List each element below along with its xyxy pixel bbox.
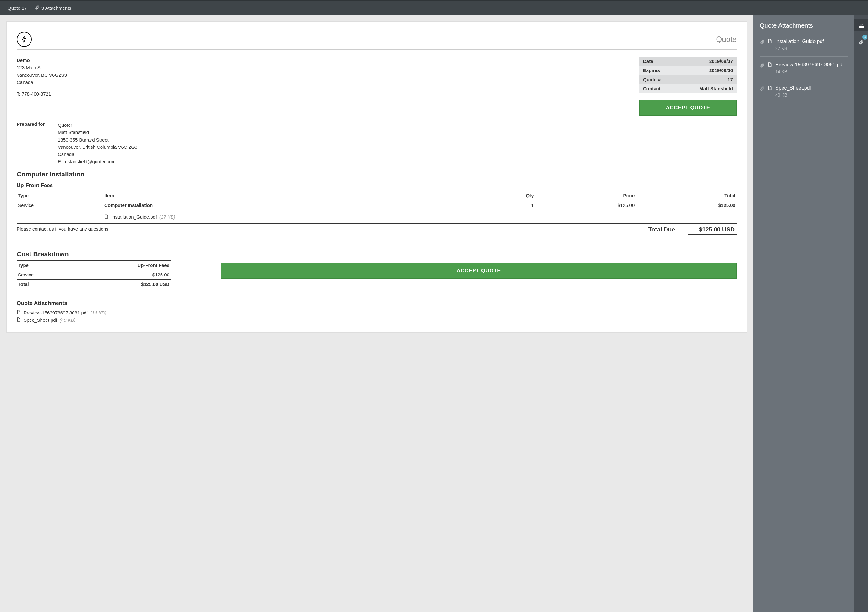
attachments-heading: Quote Attachments [17,300,737,307]
section-title: Computer Installation [17,171,737,178]
sender-name: Demo [17,57,627,64]
line-attachment-link[interactable]: Installation_Guide.pdf (27 KB) [104,213,735,221]
sender-address: Demo 123 Main St. Vancouver, BC V6G2S3 C… [17,57,627,116]
file-pdf-icon [17,317,21,323]
sidebar-attachment-item[interactable]: Preview-1563978697.8081.pdf 14 KB [760,57,848,80]
document-attachments-section: Quote Attachments Preview-1563978697.808… [17,300,737,324]
sender-phone: T: 778-400-8721 [17,90,627,98]
upfront-fees-heading: Up-Front Fees [17,182,737,189]
attachments-badge: 3 [862,34,867,40]
contact-note: Please contact us if you have any questi… [17,226,648,231]
line-item-attachment-row: Installation_Guide.pdf (27 KB) [17,210,737,223]
attachments-sidebar: Quote Attachments Installation_Guide.pdf… [753,15,868,612]
total-due-label: Total Due [648,226,675,235]
cost-total-row: Total$125.00 USD [17,279,170,289]
total-due-amount: $125.00 USD [688,226,737,235]
attachments-count-label: 3 Attachments [42,5,71,11]
sidebar-attachment-item[interactable]: Installation_Guide.pdf 27 KB [760,33,848,57]
attachment-link[interactable]: Spec_Sheet.pdf (40 KB) [17,316,737,324]
file-pdf-icon [768,39,772,45]
line-items-table: Type Item Qty Price Total Service Comput… [17,191,737,224]
topbar: Quote 17 3 Attachments [0,0,868,15]
quote-title: Quote 17 [8,5,27,11]
paperclip-icon [760,86,765,92]
table-row: Service Computer Installation 1 $125.00 … [17,200,737,210]
accept-quote-button[interactable]: ACCEPT QUOTE [639,100,737,116]
accept-quote-button[interactable]: ACCEPT QUOTE [221,263,737,279]
sidebar-attachment-item[interactable]: Spec_Sheet.pdf 40 KB [760,80,848,103]
company-logo [17,32,32,47]
prepared-for-block: Prepared for Quoter Matt Stansfield 1350… [17,121,737,165]
cost-breakdown-title: Cost Breakdown [17,250,170,258]
quote-document: Quote Demo 123 Main St. Vancouver, BC V6… [6,22,747,333]
file-pdf-icon [17,310,21,316]
file-pdf-icon [768,85,772,91]
file-pdf-icon [768,62,772,68]
paperclip-icon [34,5,40,11]
table-row: Service$125.00 [17,270,170,279]
file-pdf-icon [104,214,109,220]
attachment-link[interactable]: Preview-1563978697.8081.pdf (14 KB) [17,309,737,316]
quote-meta-table: Date2019/08/07 Expires2019/09/06 Quote #… [639,57,737,93]
cost-breakdown-table: Type Up-Front Fees Service$125.00 Total$… [17,260,170,289]
document-type-label: Quote [716,35,737,44]
attachments-rail-button[interactable]: 3 [854,36,868,48]
paperclip-icon [760,40,765,46]
paperclip-icon [760,63,765,69]
total-due: Total Due $125.00 USD [648,226,737,236]
download-button[interactable] [854,20,868,31]
sidebar-title: Quote Attachments [760,22,848,33]
attachments-link[interactable]: 3 Attachments [34,5,71,11]
prepared-for-label: Prepared for [17,121,46,165]
sidebar-rail: 3 [854,15,868,612]
